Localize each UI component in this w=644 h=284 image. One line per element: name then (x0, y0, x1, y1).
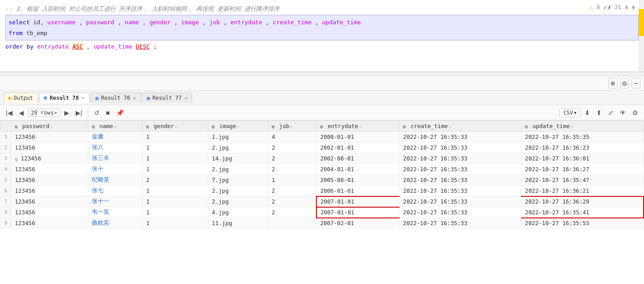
cell-updatetime-1: 2022-10-27 16:35:35 (521, 132, 644, 142)
cell-job-8: 2 (268, 207, 316, 218)
col-create-time[interactable]: ▦ create_time⇕ (399, 121, 521, 132)
sort-arrows-password[interactable]: ⇕ (50, 124, 53, 129)
row-num-2: 2 (0, 142, 11, 153)
cell-updatetime-4: 2022-10-27 16:36:27 (521, 164, 644, 175)
cell-image-7: 2.jpg (208, 196, 268, 207)
minus-icon[interactable]: − (631, 78, 640, 89)
col-image[interactable]: ▦ image⇕ (208, 121, 268, 132)
cell-entrydate-9: 2007-02-01 (316, 218, 399, 229)
action-icons-row: ⊕ ⚙ − (0, 76, 644, 91)
col-entrydate[interactable]: ▦ entrydate⇕ (316, 121, 399, 132)
tab-close-78[interactable]: ✕ (81, 95, 85, 101)
tab-result77-label: Result 77 (153, 95, 182, 101)
sql-comment-line: -- 3. 根据 入职时间 对公司的员工进行 升序排序， 入职时间相同， 再按照… (5, 4, 639, 14)
chevron-up-icon[interactable]: ∧ (625, 4, 628, 10)
sql-select-line: select id, username , password , name , … (9, 17, 635, 27)
sql-editor[interactable]: ⚠ 8 ✓✗ 21 ∧ ∨ -- 3. 根据 入职时间 对公司的员工进行 升序排… (0, 0, 644, 72)
cell-name-9: 曲枕宾 (88, 218, 142, 229)
table-settings-button[interactable]: ⚙ (630, 108, 640, 117)
copy-button[interactable]: ⤢ (606, 108, 616, 117)
csv-label: CSV (563, 110, 573, 116)
table-body: 1123456金庸11.jpg42000-01-012022-10-27 16:… (0, 132, 644, 229)
cell-name-2: 张八 (88, 142, 142, 153)
cell-job-1: 4 (268, 132, 316, 142)
sort-arrows-createtime[interactable]: ⇕ (449, 124, 451, 129)
cell-entrydate-4: 2004-01-01 (316, 164, 399, 175)
col-update-time[interactable]: ▦ update_time⇕ (521, 121, 644, 132)
view-button[interactable]: 👁 (617, 108, 628, 117)
csv-button[interactable]: CSV ▼ (559, 108, 581, 117)
csv-dropdown-icon: ▼ (574, 111, 576, 115)
tab-output[interactable]: ▶ Output (4, 93, 38, 103)
rows-count: 29 rows (31, 110, 54, 116)
col-password-icon: ▦ (15, 124, 18, 129)
cell-job-7: 2 (268, 196, 316, 207)
col-job[interactable]: ▦ job⇕ (268, 121, 316, 132)
next-page-button[interactable]: ▶ (62, 108, 72, 117)
cell-gender-2: 1 (142, 142, 208, 153)
col-password[interactable]: ▦ password⇕ (11, 121, 88, 132)
sort-arrows-job[interactable]: ⇕ (290, 124, 293, 129)
refresh-button[interactable]: ↺ (92, 108, 102, 117)
cell-image-8: 4.jpg (208, 207, 268, 218)
upload-button[interactable]: ⬆ (594, 108, 604, 117)
col-gender[interactable]: ▦ gender⇕ (142, 121, 208, 132)
col-updatetime-icon: ▦ (525, 124, 528, 129)
sql-from-line: from tb_emp (9, 28, 635, 38)
first-page-button[interactable]: |◀ (4, 108, 15, 117)
chevron-down-icon[interactable]: ∨ (632, 4, 635, 10)
rows-selector[interactable]: 29 rows ▼ (28, 109, 60, 117)
stop-button[interactable]: ■ (104, 108, 112, 117)
cell-createtime-7: 2022-10-27 16:35:33 (399, 196, 521, 207)
tab-result76[interactable]: ▦ Result 76 ✕ (90, 93, 141, 103)
sort-arrows-name[interactable]: ⇕ (114, 124, 116, 129)
output-icon: ▶ (9, 95, 12, 101)
cell-updatetime-7: 2022-10-27 16:36:29 (521, 196, 644, 207)
sort-arrows-image[interactable]: ⇕ (237, 124, 239, 129)
cell-gender-5: 2 (142, 175, 208, 186)
row-num-1: 1 (0, 132, 11, 142)
cell-password-5: 123456 (11, 175, 88, 186)
last-page-button[interactable]: ▶| (73, 108, 85, 117)
scrollbar-thumb[interactable] (639, 9, 644, 36)
cell-entrydate-2: 2002-01-01 (316, 142, 399, 153)
tab-result78[interactable]: ▦ Result 78 ✕ (39, 93, 90, 103)
tab-close-77[interactable]: ✕ (185, 95, 188, 101)
sort-arrows-entrydate[interactable]: ⇕ (359, 124, 361, 129)
col-rownum (0, 121, 11, 132)
right-toolbar: CSV ▼ ⬇ ⬆ ⤢ 👁 ⚙ (559, 108, 640, 117)
cell-updatetime-6: 2022-10-27 16:36:21 (521, 186, 644, 196)
results-table-container[interactable]: ▦ password⇕ ▦ name⇕ ▦ gender⇕ ▦ image⇕ ▦ (0, 120, 644, 229)
prev-page-button[interactable]: ◀ (17, 108, 26, 117)
pin-button[interactable]: 📌 (114, 108, 126, 117)
row-num-7: 7 (0, 196, 11, 207)
cell-gender-6: 1 (142, 186, 208, 196)
cell-updatetime-3: 2022-10-27 16:36:01 (521, 153, 644, 164)
cell-updatetime-2: 2022-10-27 16:36:23 (521, 142, 644, 153)
col-name[interactable]: ▦ name⇕ (88, 121, 142, 132)
cell-entrydate-8: 2007-01-01 (316, 207, 399, 218)
cell-password-1: 123456 (11, 132, 88, 142)
download-button[interactable]: ⬇ (582, 108, 592, 117)
cell-password-3: g 123456 (11, 153, 88, 164)
tab-close-76[interactable]: ✕ (133, 95, 136, 101)
sort-arrows-gender[interactable]: ⇕ (175, 124, 177, 129)
tab-result77[interactable]: ▦ Result 77 ✕ (142, 93, 192, 103)
cell-job-6: 2 (268, 186, 316, 196)
col-createtime-icon: ▦ (403, 124, 406, 129)
add-icon[interactable]: ⊕ (608, 78, 617, 89)
cell-createtime-2: 2022-10-27 16:35:33 (399, 142, 521, 153)
cell-job-4: 2 (268, 164, 316, 175)
settings-icon[interactable]: ⚙ (620, 78, 629, 89)
row-num-3: 3 (0, 153, 11, 164)
sort-arrows-updatetime[interactable]: ⇕ (571, 124, 573, 129)
rows-dropdown-icon[interactable]: ▼ (54, 111, 57, 115)
cell-createtime-6: 2022-10-27 16:35:33 (399, 186, 521, 196)
vertical-scrollbar[interactable] (639, 0, 644, 71)
row-num-5: 5 (0, 175, 11, 186)
cell-entrydate-5: 2005-08-01 (316, 175, 399, 186)
table-icon-76: ▦ (95, 95, 99, 101)
tab-result76-label: Result 76 (101, 95, 131, 101)
cell-job-2: 2 (268, 142, 316, 153)
warning-icon: ⚠ (590, 4, 593, 11)
